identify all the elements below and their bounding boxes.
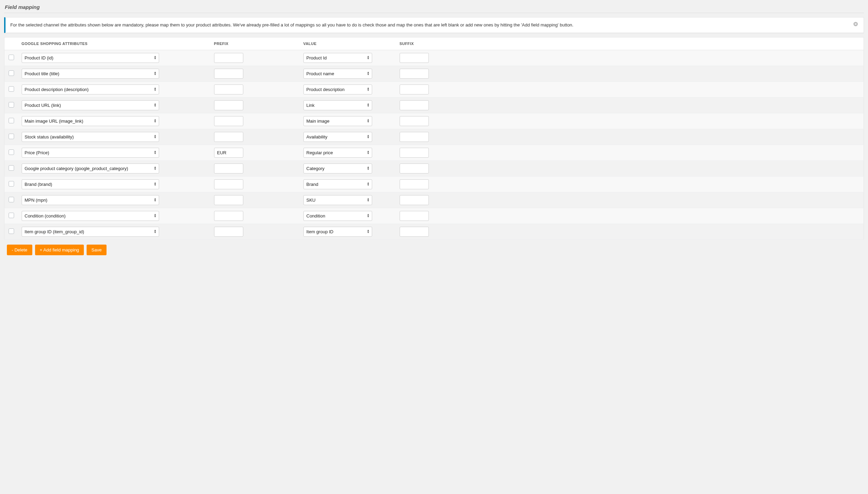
suffix-input[interactable] xyxy=(400,100,429,110)
attribute-select[interactable]: Google product category (google_product_… xyxy=(22,164,159,173)
value-select[interactable]: Item group ID xyxy=(303,227,372,237)
attribute-select[interactable]: Item group ID (item_group_id) xyxy=(22,227,159,237)
prefix-input[interactable] xyxy=(214,116,243,126)
attribute-select[interactable]: Product description (description) xyxy=(22,85,159,94)
row-checkbox[interactable] xyxy=(9,118,14,123)
row-checkbox[interactable] xyxy=(9,213,14,218)
prefix-input[interactable] xyxy=(214,227,243,237)
table-row: Item group ID (item_group_id)▲▼Item grou… xyxy=(4,224,864,239)
attribute-select[interactable]: Price (Price) xyxy=(22,148,159,158)
attribute-select[interactable]: Main image URL (image_link) xyxy=(22,116,159,126)
add-field-mapping-button[interactable]: + Add field mapping xyxy=(35,245,84,255)
table-row: Condition (condition)▲▼Condition▲▼ xyxy=(4,208,864,224)
value-select[interactable]: Brand xyxy=(303,179,372,189)
row-checkbox[interactable] xyxy=(9,86,14,92)
row-checkbox[interactable] xyxy=(9,70,14,76)
row-checkbox[interactable] xyxy=(9,165,14,171)
prefix-input[interactable] xyxy=(214,132,243,142)
value-select[interactable]: Availability xyxy=(303,132,372,142)
row-checkbox[interactable] xyxy=(9,228,14,234)
row-checkbox[interactable] xyxy=(9,55,14,60)
attribute-select[interactable]: Brand (brand) xyxy=(22,179,159,189)
value-select[interactable]: Product name xyxy=(303,69,372,79)
suffix-input[interactable] xyxy=(400,132,429,142)
attribute-select[interactable]: MPN (mpn) xyxy=(22,195,159,205)
delete-button[interactable]: - Delete xyxy=(7,245,32,255)
suffix-input[interactable] xyxy=(400,85,429,94)
col-header-attributes: GOOGLE SHOPPING ATTRIBUTES xyxy=(18,37,211,50)
field-mapping-table: GOOGLE SHOPPING ATTRIBUTES PREFIX VALUE … xyxy=(4,37,864,240)
table-row: Google product category (google_product_… xyxy=(4,160,864,176)
col-header-suffix: SUFFIX xyxy=(396,37,864,50)
table-row: Product title (title)▲▼Product name▲▼ xyxy=(4,66,864,81)
prefix-input[interactable] xyxy=(214,69,243,79)
table-row: Product URL (link)▲▼Link▲▼ xyxy=(4,97,864,113)
suffix-input[interactable] xyxy=(400,195,429,205)
table-row: Brand (brand)▲▼Brand▲▼ xyxy=(4,176,864,192)
button-bar: - Delete + Add field mapping Save xyxy=(4,243,864,257)
suffix-input[interactable] xyxy=(400,211,429,221)
value-select[interactable]: Condition xyxy=(303,211,372,221)
table-row: Product ID (id)▲▼Product Id▲▼ xyxy=(4,50,864,66)
attribute-select[interactable]: Product URL (link) xyxy=(22,100,159,110)
info-notice: For the selected channel the attributes … xyxy=(4,17,864,33)
prefix-input[interactable] xyxy=(214,85,243,94)
table-row: MPN (mpn)▲▼SKU▲▼ xyxy=(4,192,864,208)
notice-text: For the selected channel the attributes … xyxy=(10,22,849,29)
row-checkbox[interactable] xyxy=(9,197,14,202)
table-row: Main image URL (image_link)▲▼Main image▲… xyxy=(4,113,864,129)
table-row: Product description (description)▲▼Produ… xyxy=(4,81,864,97)
suffix-input[interactable] xyxy=(400,179,429,189)
suffix-input[interactable] xyxy=(400,69,429,79)
suffix-input[interactable] xyxy=(400,148,429,158)
col-header-value: VALUE xyxy=(300,37,396,50)
suffix-input[interactable] xyxy=(400,53,429,63)
prefix-input[interactable] xyxy=(214,164,243,173)
value-select[interactable]: SKU xyxy=(303,195,372,205)
suffix-input[interactable] xyxy=(400,227,429,237)
prefix-input[interactable] xyxy=(214,100,243,110)
value-select[interactable]: Category xyxy=(303,164,372,173)
col-header-check xyxy=(4,37,18,50)
suffix-input[interactable] xyxy=(400,116,429,126)
prefix-input[interactable] xyxy=(214,179,243,189)
row-checkbox[interactable] xyxy=(9,102,14,108)
close-icon[interactable] xyxy=(853,21,859,28)
attribute-select[interactable]: Product ID (id) xyxy=(22,53,159,63)
attribute-select[interactable]: Stock status (availability) xyxy=(22,132,159,142)
row-checkbox[interactable] xyxy=(9,149,14,155)
suffix-input[interactable] xyxy=(400,164,429,173)
value-select[interactable]: Product Id xyxy=(303,53,372,63)
prefix-input[interactable] xyxy=(214,53,243,63)
section-title: Field mapping xyxy=(4,4,864,13)
value-select[interactable]: Regular price xyxy=(303,148,372,158)
value-select[interactable]: Main image xyxy=(303,116,372,126)
prefix-input[interactable] xyxy=(214,148,243,158)
prefix-input[interactable] xyxy=(214,195,243,205)
table-row: Price (Price)▲▼Regular price▲▼ xyxy=(4,145,864,160)
value-select[interactable]: Link xyxy=(303,100,372,110)
row-checkbox[interactable] xyxy=(9,134,14,139)
attribute-select[interactable]: Product title (title) xyxy=(22,69,159,79)
table-row: Stock status (availability)▲▼Availabilit… xyxy=(4,129,864,145)
col-header-prefix: PREFIX xyxy=(211,37,300,50)
prefix-input[interactable] xyxy=(214,211,243,221)
row-checkbox[interactable] xyxy=(9,181,14,187)
attribute-select[interactable]: Condition (condition) xyxy=(22,211,159,221)
value-select[interactable]: Product description xyxy=(303,85,372,94)
save-button[interactable]: Save xyxy=(87,245,107,255)
